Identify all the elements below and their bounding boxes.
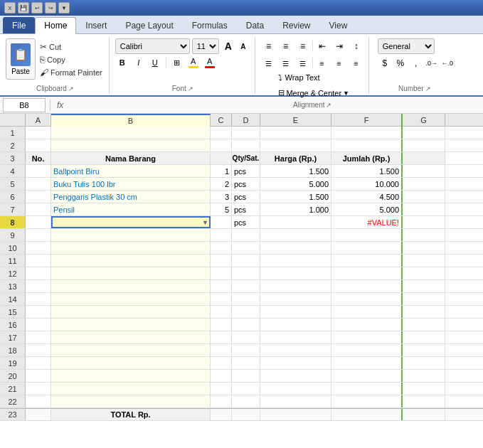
cell-d5[interactable]: pcs — [232, 178, 260, 190]
save-icon[interactable]: 💾 — [18, 2, 29, 14]
cell-b1[interactable] — [51, 127, 211, 139]
cell-a2[interactable] — [26, 139, 51, 151]
cell-g7[interactable] — [403, 203, 445, 215]
cell-g4[interactable] — [403, 165, 445, 177]
cell-e3[interactable]: Harga (Rp.) — [260, 152, 331, 164]
cell-d3[interactable]: Qty/Sat. — [232, 152, 260, 164]
cell-g8[interactable] — [403, 216, 445, 228]
increase-font-size-button[interactable]: A — [221, 39, 235, 53]
merge-dropdown-icon[interactable]: ▼ — [343, 90, 349, 97]
cell-f5[interactable]: 10.000 — [331, 178, 403, 190]
dropdown-arrow[interactable]: ▼ — [202, 219, 208, 226]
decrease-font-size-button[interactable]: A — [236, 39, 250, 53]
cell-g5[interactable] — [403, 178, 445, 190]
align-top-center-button[interactable]: ≡ — [278, 38, 294, 54]
cell-b7[interactable]: Pensil — [51, 203, 211, 215]
cell-a7[interactable] — [26, 203, 51, 215]
font-expand-icon[interactable]: ↗ — [188, 85, 193, 92]
cell-e5[interactable]: 5.000 — [260, 178, 331, 190]
cell-f2[interactable] — [331, 139, 403, 151]
format-painter-button[interactable]: 🖌 Format Painter — [38, 67, 105, 78]
col-header-f[interactable]: F — [331, 114, 403, 127]
cell-a8[interactable] — [26, 216, 51, 228]
cell-a3[interactable]: No. — [26, 152, 51, 164]
text-direction-button[interactable]: ↕ — [349, 38, 364, 54]
cell-e7[interactable]: 1.000 — [260, 203, 331, 215]
cell-c7[interactable]: 5 — [211, 203, 232, 215]
cell-d7[interactable]: pcs — [232, 203, 260, 215]
border-button[interactable]: ⊞ — [170, 55, 184, 70]
percent-button[interactable]: % — [393, 56, 408, 70]
col-header-a[interactable]: A — [26, 114, 51, 127]
wrap-text-button[interactable]: ⤵ Wrap Text — [275, 71, 353, 84]
cell-c8[interactable] — [211, 216, 232, 228]
font-color-button[interactable]: A — [203, 55, 217, 70]
number-format-select[interactable]: General — [378, 38, 435, 54]
font-name-select[interactable]: Calibri — [115, 38, 190, 54]
align-center-button[interactable]: ≡ — [331, 55, 347, 71]
cell-g2[interactable] — [403, 139, 445, 151]
align-top-right-button[interactable]: ≡ — [295, 38, 311, 54]
tab-review[interactable]: Review — [273, 17, 319, 33]
col-header-g[interactable]: G — [403, 114, 445, 127]
cell-g3[interactable] — [403, 152, 445, 164]
cell-d1[interactable] — [232, 127, 260, 139]
align-right-button[interactable]: ≡ — [349, 55, 364, 71]
tab-view[interactable]: View — [320, 17, 357, 33]
align-left-button[interactable]: ≡ — [314, 55, 330, 71]
tab-page-layout[interactable]: Page Layout — [116, 17, 182, 33]
cell-c5[interactable]: 2 — [211, 178, 232, 190]
cell-c4[interactable]: 1 — [211, 165, 232, 177]
cell-e1[interactable] — [260, 127, 331, 139]
cell-b8[interactable]: ▼ Ballpoint Hitam Ballpoint Biru Buku Tu… — [51, 216, 211, 228]
formula-input[interactable] — [68, 98, 480, 112]
cell-c1[interactable] — [211, 127, 232, 139]
cell-a6[interactable] — [26, 191, 51, 203]
bold-button[interactable]: B — [115, 55, 129, 70]
tab-file[interactable]: File — [3, 17, 35, 33]
cell-b2[interactable] — [51, 139, 211, 151]
tab-formulas[interactable]: Formulas — [183, 17, 237, 33]
currency-button[interactable]: $ — [378, 56, 392, 70]
cell-d8[interactable]: pcs — [232, 216, 260, 228]
align-top-left-button[interactable]: ≡ — [261, 38, 277, 54]
cell-b6[interactable]: Penggaris Plastik 30 cm — [51, 191, 211, 203]
cell-c6[interactable]: 3 — [211, 191, 232, 203]
cell-f7[interactable]: 5.000 — [331, 203, 403, 215]
indent-decrease-button[interactable]: ⇤ — [314, 38, 330, 54]
undo-icon[interactable]: ↩ — [31, 2, 43, 14]
paste-button[interactable]: 📋 Paste — [6, 38, 36, 80]
clipboard-expand-icon[interactable]: ↗ — [68, 85, 74, 92]
col-header-d[interactable]: D — [232, 114, 260, 127]
tab-data[interactable]: Data — [237, 17, 273, 33]
number-expand-icon[interactable]: ↗ — [425, 85, 431, 92]
italic-button[interactable]: I — [132, 55, 146, 70]
increase-decimal-button[interactable]: .0→ — [425, 56, 439, 70]
col-header-e[interactable]: E — [260, 114, 331, 127]
redo-icon[interactable]: ↪ — [45, 2, 56, 14]
copy-button[interactable]: ⎘ Copy — [38, 54, 105, 65]
cell-d4[interactable]: pcs — [232, 165, 260, 177]
cell-e2[interactable] — [260, 139, 331, 151]
align-bottom-right-button[interactable]: ☰ — [295, 55, 311, 71]
col-header-b[interactable]: B — [51, 114, 211, 127]
cell-d2[interactable] — [232, 139, 260, 151]
indent-increase-button[interactable]: ⇥ — [331, 38, 347, 54]
cell-e8[interactable] — [260, 216, 331, 228]
cut-button[interactable]: ✂ Cut — [38, 41, 105, 53]
cell-f8[interactable]: #VALUE! — [331, 216, 403, 228]
align-bottom-center-button[interactable]: ☰ — [278, 55, 294, 71]
customize-icon[interactable]: ▼ — [58, 2, 70, 14]
cell-reference-input[interactable] — [3, 98, 46, 112]
cell-e4[interactable]: 1.500 — [260, 165, 331, 177]
cell-f1[interactable] — [331, 127, 403, 139]
align-bottom-left-button[interactable]: ☰ — [261, 55, 277, 71]
underline-button[interactable]: U — [148, 55, 162, 70]
cell-c3[interactable] — [211, 152, 232, 164]
cell-d6[interactable]: pcs — [232, 191, 260, 203]
cell-a4[interactable] — [26, 165, 51, 177]
cell-b3[interactable]: Nama Barang — [51, 152, 211, 164]
cell-b5[interactable]: Buku Tulis 100 lbr — [51, 178, 211, 190]
cell-c2[interactable] — [211, 139, 232, 151]
comma-button[interactable]: , — [409, 56, 423, 70]
